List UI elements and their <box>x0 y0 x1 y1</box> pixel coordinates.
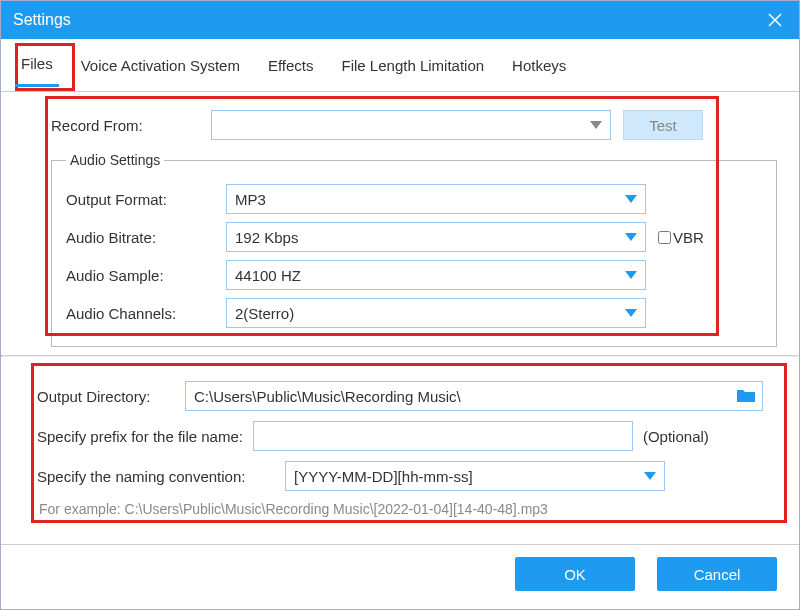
channels-dropdown[interactable]: 2(Sterro) <box>226 298 646 328</box>
chevron-down-icon <box>644 472 656 480</box>
tab-file-length[interactable]: File Length Limitation <box>336 53 491 86</box>
vbr-checkbox-wrap[interactable]: VBR <box>654 228 704 247</box>
naming-value: [YYYY-MM-DD][hh-mm-ss] <box>294 468 473 485</box>
window-title: Settings <box>13 11 763 29</box>
chevron-down-icon <box>625 195 637 203</box>
dialog-footer: OK Cancel <box>1 544 799 609</box>
bitrate-label: Audio Bitrate: <box>66 229 226 246</box>
bitrate-value: 192 Kbps <box>235 229 298 246</box>
files-pane-bottom: Output Directory: C:\Users\Public\Music\… <box>1 357 799 531</box>
chevron-down-icon <box>625 309 637 317</box>
audio-settings-legend: Audio Settings <box>66 152 164 168</box>
titlebar: Settings <box>1 1 799 39</box>
output-format-dropdown[interactable]: MP3 <box>226 184 646 214</box>
ok-button[interactable]: OK <box>515 557 635 591</box>
record-from-dropdown[interactable] <box>211 110 611 140</box>
dropdown-arrow-icon <box>590 121 602 129</box>
example-text: For example: C:\Users\Public\Music\Recor… <box>39 501 761 517</box>
chevron-down-icon <box>625 271 637 279</box>
svg-marker-7 <box>644 472 656 480</box>
svg-marker-2 <box>590 121 602 129</box>
sample-dropdown[interactable]: 44100 HZ <box>226 260 646 290</box>
tab-hotkeys[interactable]: Hotkeys <box>506 53 572 86</box>
close-icon <box>768 13 782 27</box>
sample-label: Audio Sample: <box>66 267 226 284</box>
close-button[interactable] <box>763 8 787 32</box>
optional-text: (Optional) <box>643 428 709 445</box>
chevron-down-icon <box>625 233 637 241</box>
channels-label: Audio Channels: <box>66 305 226 322</box>
output-dir-value: C:\Users\Public\Music\Recording Music\ <box>194 388 461 405</box>
test-button[interactable]: Test <box>623 110 703 140</box>
files-pane-top: Record From: Test Audio Settings Output … <box>1 92 799 355</box>
svg-marker-3 <box>625 195 637 203</box>
svg-marker-6 <box>625 309 637 317</box>
vbr-label: VBR <box>673 229 704 246</box>
vbr-checkbox[interactable] <box>658 231 671 244</box>
audio-settings-group: Audio Settings Output Format: MP3 Audio … <box>51 152 777 347</box>
tab-effects[interactable]: Effects <box>262 53 320 86</box>
prefix-input[interactable] <box>253 421 633 451</box>
tab-bar: Files Voice Activation System Effects Fi… <box>1 39 799 92</box>
settings-window: Settings Files Voice Activation System E… <box>0 0 800 610</box>
naming-dropdown[interactable]: [YYYY-MM-DD][hh-mm-ss] <box>285 461 665 491</box>
output-dir-field[interactable]: C:\Users\Public\Music\Recording Music\ <box>185 381 763 411</box>
folder-icon <box>736 388 756 404</box>
browse-folder-button[interactable] <box>736 388 756 404</box>
channels-value: 2(Sterro) <box>235 305 294 322</box>
cancel-button[interactable]: Cancel <box>657 557 777 591</box>
naming-label: Specify the naming convention: <box>37 468 281 485</box>
svg-marker-4 <box>625 233 637 241</box>
record-from-label: Record From: <box>51 117 211 134</box>
sample-value: 44100 HZ <box>235 267 301 284</box>
tab-files[interactable]: Files <box>15 51 59 87</box>
output-dir-label: Output Directory: <box>37 388 177 405</box>
svg-marker-5 <box>625 271 637 279</box>
bitrate-dropdown[interactable]: 192 Kbps <box>226 222 646 252</box>
output-format-value: MP3 <box>235 191 266 208</box>
output-format-label: Output Format: <box>66 191 226 208</box>
tab-voice-activation[interactable]: Voice Activation System <box>75 53 246 86</box>
prefix-label: Specify prefix for the file name: <box>37 428 243 445</box>
